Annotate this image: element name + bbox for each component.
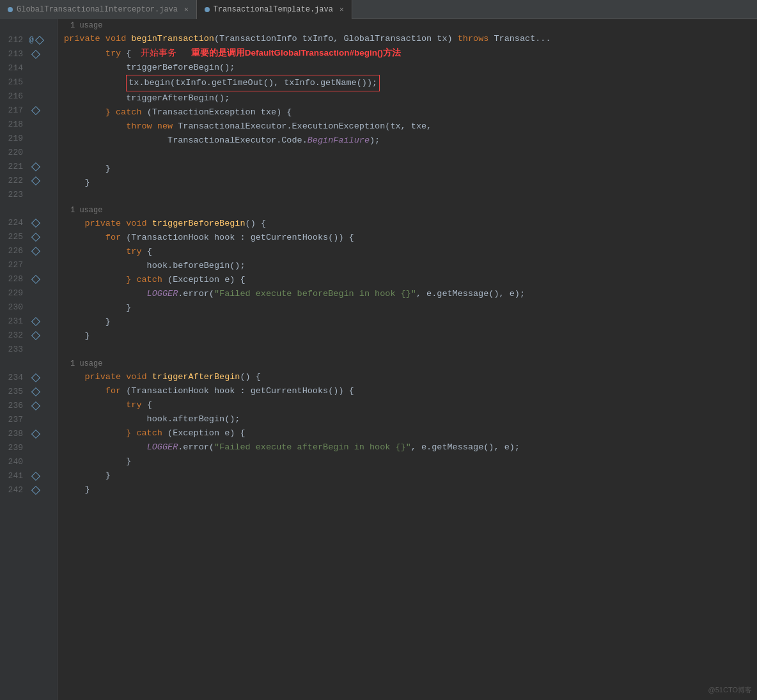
line-number-236: 236 [0, 399, 27, 413]
gutter: 212@213214215216217218219220221222223224… [0, 19, 58, 700]
token-n [64, 428, 126, 438]
token-kw: try [105, 49, 121, 58]
tab-dot-2 [205, 7, 210, 12]
token-n: () { [246, 219, 266, 228]
token-cn-imp: 重要的是调用DefaultGlobalTransaction#begin()方法 [176, 48, 401, 58]
diamond-icon [31, 275, 40, 284]
code-line-239: LOGGER.error("Failed execute afterBegin … [64, 440, 757, 455]
code-line-238: } catch (Exception e) { [64, 426, 757, 440]
diamond-icon [31, 387, 40, 396]
gutter-icons-212: @ [27, 33, 45, 47]
code-text-218: throw new TransactionalExecutor.Executio… [64, 120, 757, 134]
line-number-226: 226 [0, 244, 27, 258]
tab-globalinterceptor[interactable]: GlobalTransactionalInterceptor.java ✕ [0, 0, 197, 19]
tab-close-1[interactable]: ✕ [184, 5, 189, 13]
code-line-212: private void beginTransaction(Transactio… [64, 32, 757, 46]
code-text-231: } [64, 315, 757, 329]
gutter-row-237: 237 [0, 413, 57, 427]
line-number-225: 225 [0, 230, 27, 244]
code-text-219: TransactionalExecutor.Code.BeginFailure)… [64, 134, 757, 148]
line-number-217: 217 [0, 104, 27, 118]
gutter-row-215: 215 [0, 75, 57, 89]
token-kw: void [105, 34, 126, 43]
gutter-icons-238 [27, 427, 45, 441]
diamond-icon [31, 247, 40, 256]
line-number-227: 227 [0, 258, 27, 272]
gutter-row-228: 228 [0, 272, 57, 286]
gutter-row-219: 219 [0, 132, 57, 146]
line-number-216: 216 [0, 89, 27, 104]
line-number-215: 215 [0, 75, 27, 89]
gutter-row-238: 238 [0, 427, 57, 441]
diamond-icon [31, 106, 40, 115]
code-line-221: } [64, 162, 757, 176]
line-number-219: 219 [0, 132, 27, 146]
token-n: { [121, 49, 131, 58]
token-kw: private [64, 34, 100, 43]
token-n [64, 121, 126, 131]
token-n: } [64, 317, 111, 327]
code-line-233 [64, 343, 757, 357]
token-kw: } catch [126, 428, 162, 438]
token-kw: private [64, 372, 121, 382]
gutter-row-225: 225 [0, 230, 57, 244]
code-text-217: } catch (TransactionException txe) { [64, 105, 757, 120]
token-n: (Exception e) { [162, 428, 246, 438]
code-text-241: } [64, 469, 757, 483]
gutter-icons-220 [27, 146, 45, 160]
tab-transactionaltemplate[interactable]: TransactionalTemplate.java ✕ [197, 0, 352, 19]
token-n: } [64, 471, 111, 480]
gutter-icons-239 [27, 441, 45, 455]
diamond-icon [31, 430, 40, 439]
token-n [100, 34, 105, 43]
token-n [64, 275, 126, 284]
token-n [64, 247, 126, 256]
code-text-213: try { 开始事务 重要的是调用DefaultGlobalTransactio… [64, 46, 757, 61]
gutter-icons-235 [27, 385, 45, 399]
code-text-236: try { [64, 398, 757, 412]
token-string: "Failed execute beforeBegin in hook {}" [214, 289, 416, 299]
code-text-232: } [64, 329, 757, 343]
line-number-218: 218 [0, 118, 27, 132]
token-string: "Failed execute afterBegin in hook {}" [214, 442, 411, 452]
line-number-230: 230 [0, 300, 27, 315]
gutter-icons-215 [27, 75, 45, 89]
code-line-227: hook.beforeBegin(); [64, 259, 757, 273]
gutter-icons-231 [27, 315, 45, 329]
line-number-242: 242 [0, 483, 27, 497]
usage-hint: 1 usage [64, 19, 757, 32]
code-line-242: } [64, 483, 757, 497]
line-number-220: 220 [0, 146, 27, 160]
diamond-icon [31, 219, 40, 228]
token-n: () { [240, 372, 260, 382]
token-kw: try [126, 400, 141, 410]
line-number-229: 229 [0, 286, 27, 300]
token-n: .error( [178, 442, 214, 452]
diamond-icon [31, 317, 40, 326]
token-cn: 开始事务 [131, 48, 176, 58]
line-number-237: 237 [0, 413, 27, 427]
code-line-214: triggerBeforeBegin(); [64, 61, 757, 75]
gutter-icons-223 [27, 188, 45, 202]
diamond-icon [35, 36, 44, 45]
gutter-row-241: 241 [0, 469, 57, 483]
code-text-229: LOGGER.error("Failed execute beforeBegin… [64, 287, 757, 301]
token-kw: } catch [105, 107, 142, 117]
code-line-230: } [64, 301, 757, 315]
code-text-242: } [64, 483, 757, 497]
line-number-234: 234 [0, 371, 27, 385]
tab-label-2: TransactionalTemplate.java [214, 5, 333, 14]
code-line-219: TransactionalExecutor.Code.BeginFailure)… [64, 134, 757, 148]
token-n: , e.getMessage(), e); [411, 442, 520, 452]
gutter-row-230: 230 [0, 300, 57, 315]
line-number-240: 240 [0, 455, 27, 469]
token-n: , e.getMessage(), e); [416, 289, 525, 299]
token-n: (Exception e) { [162, 275, 246, 284]
line-number-232: 232 [0, 329, 27, 343]
tab-close-2[interactable]: ✕ [339, 5, 344, 13]
gutter-usage-row [0, 357, 57, 371]
token-n: } [64, 331, 90, 341]
gutter-row-227: 227 [0, 258, 57, 272]
code-content[interactable]: 1 usageprivate void beginTransaction(Tra… [58, 19, 757, 700]
gutter-row-218: 218 [0, 118, 57, 132]
